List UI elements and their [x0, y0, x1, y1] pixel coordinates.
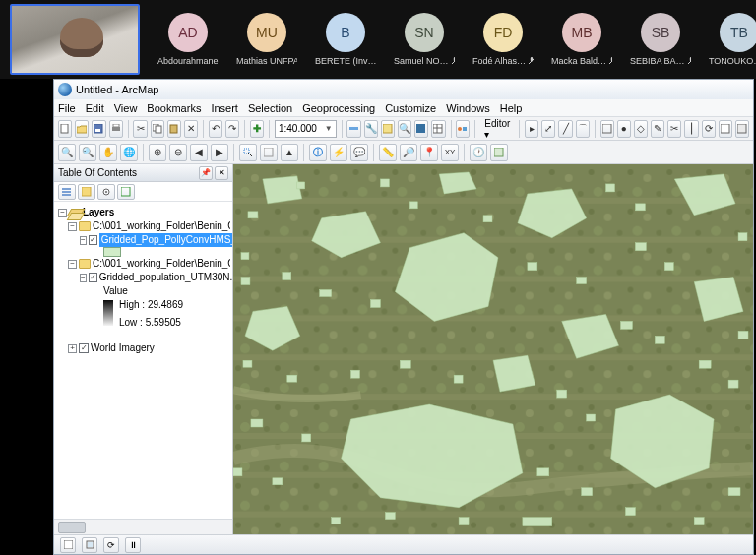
pan-button[interactable]: ✋	[99, 144, 117, 161]
search-button[interactable]: 🔍	[398, 120, 411, 138]
minus-icon[interactable]: −	[68, 260, 77, 269]
toc-close-button[interactable]: ✕	[215, 166, 228, 180]
undo-button[interactable]: ↶	[209, 120, 222, 138]
menu-help[interactable]: Help	[500, 102, 523, 114]
participant[interactable]: SBSEBIBA BA…	[630, 13, 691, 66]
zoom-out-button[interactable]: 🔍-	[79, 144, 96, 161]
fixed-zoom-in[interactable]: ⊕	[149, 144, 166, 161]
menu-insert[interactable]: Insert	[211, 102, 238, 114]
copy-button[interactable]	[151, 120, 164, 138]
hyperlink-button[interactable]: ⚡	[330, 144, 347, 161]
map-view[interactable]	[233, 164, 753, 534]
menu-geoprocessing[interactable]: Geoprocessing	[302, 102, 375, 114]
cut-button[interactable]: ✂	[133, 120, 147, 138]
python-button[interactable]	[414, 120, 428, 138]
editor-menu[interactable]: Editor ▾	[480, 118, 514, 140]
forward-extent[interactable]: ▶	[211, 144, 228, 161]
group2-label[interactable]: C:\001_working_Folder\Benin_Guinea_Works…	[93, 257, 230, 271]
list-by-visibility[interactable]	[97, 184, 115, 200]
identify-button[interactable]: ⓘ	[309, 144, 327, 161]
participant[interactable]: BBERETE (Inv…	[315, 13, 376, 66]
menu-selection[interactable]: Selection	[248, 102, 292, 114]
full-extent-button[interactable]: 🌐	[120, 144, 138, 161]
straight-segment[interactable]: ╱	[558, 120, 572, 138]
editor-toolbar-btn[interactable]	[346, 120, 360, 138]
model-builder-button[interactable]	[456, 120, 470, 138]
new-button[interactable]	[58, 120, 72, 138]
layout-view-button[interactable]	[82, 537, 97, 553]
select-features[interactable]	[239, 144, 257, 161]
list-by-drawing-order[interactable]	[58, 184, 76, 200]
layer2-label[interactable]: Gridded_population_UTM30N.tif	[99, 271, 232, 284]
print-button[interactable]	[109, 120, 123, 138]
menu-windows[interactable]: Windows	[446, 102, 490, 114]
list-by-selection[interactable]	[117, 184, 135, 200]
toolbox-button[interactable]: 🔧	[364, 120, 378, 138]
table-button[interactable]	[431, 120, 445, 138]
layer1-label[interactable]: Gridded_Pop_PollyConvHMS_05	[99, 233, 232, 247]
menu-edit[interactable]: Edit	[86, 102, 104, 114]
measure-button[interactable]: 📏	[379, 144, 397, 161]
list-by-source[interactable]	[78, 184, 95, 200]
toc-pin-button[interactable]: 📌	[199, 166, 213, 180]
cut-poly-button[interactable]: ✂	[667, 120, 681, 138]
attributes-button[interactable]	[719, 120, 732, 138]
add-data-button[interactable]: ✚	[250, 120, 264, 138]
point-button[interactable]: ●	[617, 120, 631, 138]
save-button[interactable]	[92, 120, 105, 138]
refresh-button[interactable]: ⟳	[103, 537, 119, 553]
participant[interactable]: MBMacka Bald…	[551, 13, 612, 66]
find-button[interactable]: 🔎	[400, 144, 417, 161]
participant[interactable]: MUMathias UNFPA…	[236, 13, 297, 66]
go-to-xy[interactable]: XY	[441, 144, 459, 161]
group1-label[interactable]: C:\001_working_Folder\Benin_Guinea_Works…	[93, 219, 230, 233]
menu-customize[interactable]: Customize	[385, 102, 436, 114]
minus-icon[interactable]: −	[80, 236, 87, 245]
participant[interactable]: ADAbdourahmane…	[158, 13, 219, 66]
zoom-in-button[interactable]: 🔍	[58, 144, 76, 161]
menu-file[interactable]: File	[58, 102, 76, 114]
split-button[interactable]: ⎮	[684, 120, 698, 138]
layer1-checkbox[interactable]: ✓	[89, 235, 97, 245]
reshape-button[interactable]: ✎	[651, 120, 664, 138]
html-popup[interactable]: 💬	[350, 144, 368, 161]
time-slider[interactable]: 🕐	[470, 144, 487, 161]
minus-icon[interactable]: −	[68, 222, 77, 231]
paste-button[interactable]	[167, 120, 181, 138]
menu-bookmarks[interactable]: Bookmarks	[147, 102, 201, 114]
pause-drawing-button[interactable]: ⏸	[125, 537, 141, 553]
scrollbar-thumb[interactable]	[58, 522, 86, 533]
data-view-button[interactable]	[60, 537, 76, 553]
rotate-button[interactable]: ⟳	[702, 120, 716, 138]
presenter-video[interactable]	[10, 4, 140, 75]
redo-button[interactable]: ↷	[225, 120, 239, 138]
layers-root[interactable]: Layers	[83, 206, 114, 219]
fixed-zoom-out[interactable]: ⊖	[169, 144, 187, 161]
open-button[interactable]	[75, 120, 89, 138]
plus-icon[interactable]: +	[68, 344, 77, 353]
clear-selection[interactable]	[260, 144, 278, 161]
edit-vertices[interactable]: ◇	[634, 120, 648, 138]
participant[interactable]: SNSamuel NO…	[394, 13, 455, 66]
world-imagery-checkbox[interactable]: ✓	[79, 343, 89, 353]
edit-tool[interactable]: ▸	[525, 120, 538, 138]
catalog-button[interactable]	[381, 120, 395, 138]
edit-annotation[interactable]: ⤢	[541, 120, 555, 138]
participant[interactable]: FDFodé Alhas…	[472, 13, 534, 66]
polygon-swatch[interactable]	[103, 247, 121, 257]
minus-icon[interactable]: −	[80, 274, 87, 282]
toc-tree[interactable]: − Layers − C:\001_working_Folder\Benin_G…	[54, 202, 232, 519]
menu-view[interactable]: View	[114, 102, 138, 114]
back-extent[interactable]: ◀	[190, 144, 208, 161]
world-imagery-label[interactable]: World Imagery	[91, 341, 155, 355]
delete-button[interactable]: ✕	[184, 120, 198, 138]
scale-combo[interactable]: 1:40.000▼	[275, 120, 337, 138]
find-route[interactable]: 📍	[420, 144, 438, 161]
create-viewer[interactable]	[490, 144, 508, 161]
toc-hscrollbar[interactable]	[54, 519, 232, 534]
select-elements[interactable]: ▲	[281, 144, 298, 161]
endpoint-arc[interactable]: ⌒	[576, 120, 590, 138]
sketch-props-button[interactable]	[735, 120, 749, 138]
participant[interactable]: TBTONOUKO…	[709, 13, 756, 66]
trace-button[interactable]	[600, 120, 614, 138]
